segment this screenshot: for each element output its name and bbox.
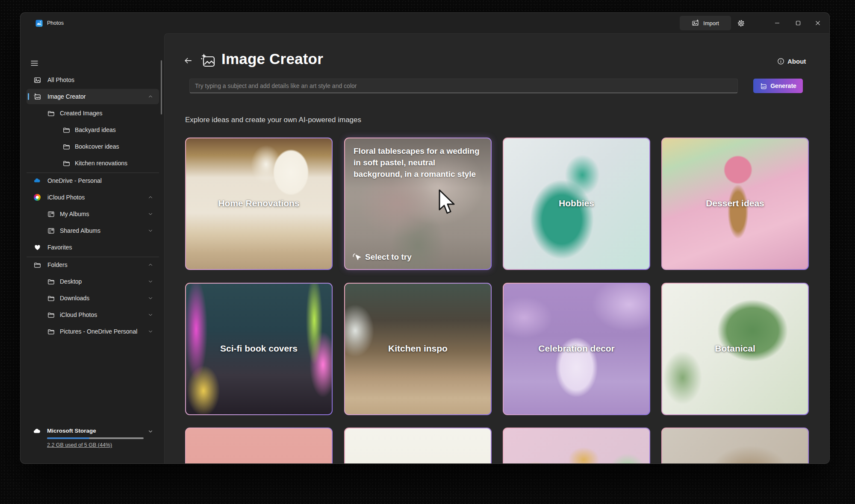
chevron-down-icon[interactable] xyxy=(148,429,153,434)
sidebar-item-label: iCloud Photos xyxy=(60,311,97,318)
sidebar-item-pictures-onedrive-personal[interactable]: Pictures - OneDrive Personal xyxy=(27,324,159,339)
page-title: Image Creator xyxy=(221,50,323,67)
chevron-up-icon[interactable] xyxy=(148,195,153,200)
chevron-down-icon[interactable] xyxy=(148,279,153,284)
chevron-down-icon[interactable] xyxy=(148,296,153,301)
chevron-up-icon[interactable] xyxy=(148,262,153,267)
card-title: Sci-fi book covers xyxy=(186,343,332,354)
sidebar-item-onedrive-personal[interactable]: OneDrive - Personal xyxy=(27,173,159,188)
gear-icon xyxy=(737,19,745,27)
card-image: Floral tablescapes for a wedding in soft… xyxy=(345,138,491,269)
sidebar-item-label: Favorites xyxy=(47,244,72,251)
sidebar-item-icloud-photos[interactable]: iCloud Photos xyxy=(27,307,159,322)
card-image: Dessert ideas xyxy=(662,138,808,269)
idea-card-untitled-10[interactable] xyxy=(344,428,492,463)
sidebar-item-favorites[interactable]: Favorites xyxy=(27,240,159,255)
card-image: Home Renovations xyxy=(186,138,332,269)
generate-button[interactable]: Generate xyxy=(753,79,803,93)
sidebar-item-label: Downloads xyxy=(60,295,89,302)
idea-card-sci-fi-book-covers[interactable]: Sci-fi book covers xyxy=(185,283,333,415)
chevron-down-icon[interactable] xyxy=(148,312,153,317)
idea-card-hobbies[interactable]: Hobbies xyxy=(503,138,650,270)
sidebar-item-downloads[interactable]: Downloads xyxy=(27,290,159,306)
card-image xyxy=(504,428,649,463)
storage-section: Microsoft Storage 2.2 GB used of 5 GB (4… xyxy=(21,427,164,453)
minimize-icon xyxy=(773,19,781,27)
idea-card-prompt[interactable]: Floral tablescapes for a wedding in soft… xyxy=(344,138,492,270)
sidebar-item-label: All Photos xyxy=(47,76,74,83)
idea-card-untitled-11[interactable] xyxy=(503,428,650,463)
sidebar-item-bookcover-ideas[interactable]: Bookcover ideas xyxy=(27,139,159,154)
sidebar-item-all-photos[interactable]: All Photos xyxy=(27,72,159,88)
sidebar-item-my-albums[interactable]: My Albums xyxy=(27,206,159,222)
sidebar-item-shared-albums[interactable]: Shared Albums xyxy=(27,223,159,238)
card-title: Dessert ideas xyxy=(662,198,808,208)
card-image xyxy=(662,428,808,463)
album-icon xyxy=(47,227,55,234)
generate-label: Generate xyxy=(770,82,796,89)
image-creator-icon xyxy=(200,53,215,68)
sidebar-item-label: Image Creator xyxy=(47,93,86,100)
idea-card-home-renovations[interactable]: Home Renovations xyxy=(185,138,333,270)
chevron-down-icon[interactable] xyxy=(148,211,153,217)
card-title: Home Renovations xyxy=(186,198,332,208)
idea-card-botanical[interactable]: Botanical xyxy=(661,283,809,415)
photo-icon xyxy=(33,76,41,84)
storage-progress-fill xyxy=(47,437,89,439)
generate-sparkle-icon xyxy=(760,82,767,90)
chevron-up-icon[interactable] xyxy=(148,94,153,99)
card-image xyxy=(186,428,332,463)
sidebar-item-label: Bookcover ideas xyxy=(75,143,119,150)
idea-card-celebration-decor[interactable]: Celebration decor xyxy=(503,283,650,415)
onedrive-icon xyxy=(33,177,41,185)
sidebar-item-created-images[interactable]: Created Images xyxy=(27,105,159,121)
prompt-input[interactable] xyxy=(189,79,738,93)
idea-card-kitchen-inspo[interactable]: Kitchen inspo xyxy=(344,283,492,415)
folder-icon xyxy=(47,109,55,117)
folder-icon xyxy=(47,311,55,319)
idea-card-dessert-ideas[interactable]: Dessert ideas xyxy=(661,138,809,270)
sidebar-scrollbar[interactable] xyxy=(161,60,162,114)
folder-icon xyxy=(33,261,41,269)
idea-card-untitled-12[interactable] xyxy=(661,428,809,463)
card-image: Botanical xyxy=(662,284,808,414)
heart-icon xyxy=(33,243,41,251)
minimize-button[interactable] xyxy=(768,16,786,30)
back-arrow-icon xyxy=(183,56,193,65)
storage-usage-link[interactable]: 2.2 GB used of 5 GB (44%) xyxy=(47,442,112,448)
card-title: Botanical xyxy=(662,343,808,354)
back-button[interactable] xyxy=(181,53,195,68)
storage-title: Microsoft Storage xyxy=(47,428,96,434)
close-icon xyxy=(814,19,822,27)
sidebar-item-image-creator[interactable]: Image Creator xyxy=(27,89,159,104)
import-label: Import xyxy=(703,20,719,26)
maximize-icon xyxy=(794,19,802,27)
sidebar-item-label: Desktop xyxy=(60,278,82,285)
sidebar-item-kitchen-renovations[interactable]: Kitchen renovations xyxy=(27,155,159,171)
sidebar-item-backyard-ideas[interactable]: Backyard ideas xyxy=(27,122,159,138)
maximize-button[interactable] xyxy=(789,16,807,30)
chevron-down-icon[interactable] xyxy=(148,228,153,233)
titlebar[interactable]: Photos Import xyxy=(21,13,829,33)
idea-card-untitled-9[interactable] xyxy=(185,428,333,463)
about-button[interactable]: About xyxy=(777,56,806,66)
sidebar-item-label: Kitchen renovations xyxy=(75,160,127,167)
card-title: Kitchen inspo xyxy=(345,343,491,354)
import-button[interactable]: Import xyxy=(680,16,731,30)
album-icon xyxy=(47,210,55,218)
about-label: About xyxy=(787,58,806,65)
icloud-icon xyxy=(33,193,41,201)
chevron-down-icon[interactable] xyxy=(148,329,153,334)
sidebar-item-icloud-photos[interactable]: iCloud Photos xyxy=(27,190,159,205)
settings-button[interactable] xyxy=(734,16,748,30)
sidebar-item-folders[interactable]: Folders xyxy=(27,257,159,273)
select-pointer-icon xyxy=(352,252,361,262)
select-to-try[interactable]: Select to try xyxy=(352,252,412,262)
sidebar-item-desktop[interactable]: Desktop xyxy=(27,274,159,289)
close-button[interactable] xyxy=(809,16,827,30)
folder-icon xyxy=(62,143,70,150)
folder-icon xyxy=(47,294,55,302)
sidebar-item-label: Created Images xyxy=(60,110,103,117)
cloud-icon xyxy=(33,427,41,435)
card-image: Sci-fi book covers xyxy=(186,284,332,414)
